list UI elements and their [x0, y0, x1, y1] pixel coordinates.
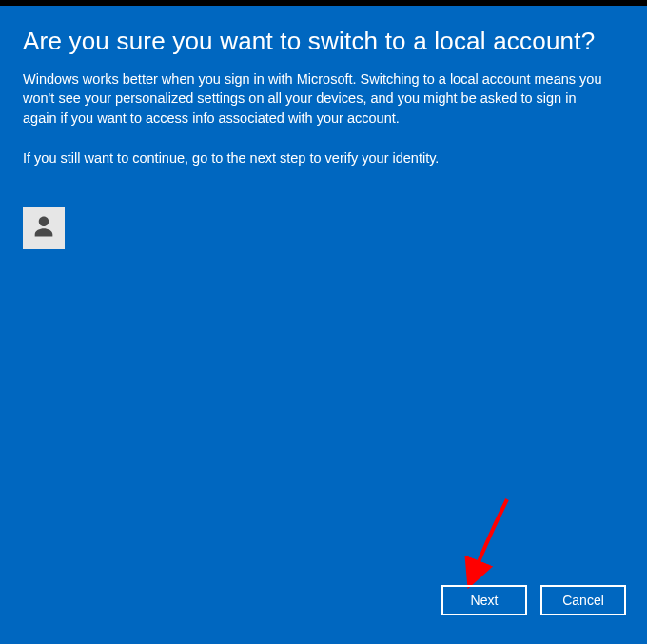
next-button[interactable]: Next [441, 585, 527, 615]
user-avatar [23, 207, 65, 249]
button-row: Next Cancel [441, 585, 626, 615]
dialog-title: Are you sure you want to switch to a loc… [23, 27, 624, 56]
cancel-button[interactable]: Cancel [540, 585, 626, 615]
user-icon [30, 213, 57, 244]
user-block [23, 207, 624, 249]
dialog-description: Windows works better when you sign in wi… [23, 69, 613, 127]
window-top-border [0, 0, 647, 6]
dialog-content: Are you sure you want to switch to a loc… [0, 0, 647, 249]
dialog-instruction: If you still want to continue, go to the… [23, 148, 624, 167]
annotation-arrow [455, 495, 531, 599]
